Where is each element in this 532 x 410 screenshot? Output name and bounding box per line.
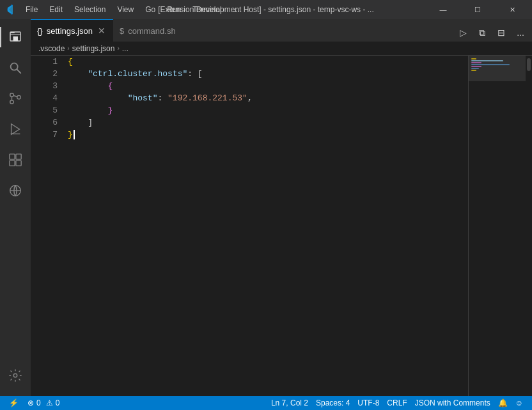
- error-count: 0: [36, 398, 41, 407]
- breadcrumb-sep-2: ›: [117, 45, 119, 52]
- sidebar-item-search[interactable]: [0, 52, 31, 83]
- sidebar-item-run[interactable]: [0, 114, 31, 145]
- close-button[interactable]: ✕: [497, 0, 527, 19]
- sidebar-item-settings[interactable]: [0, 360, 31, 391]
- window-title: [Extension Development Host] - settings.…: [158, 5, 373, 14]
- code-line-6: ]: [68, 116, 468, 129]
- more-actions-button[interactable]: ...: [512, 24, 529, 42]
- menu-view[interactable]: View: [112, 4, 139, 15]
- minimap-line: [471, 64, 510, 65]
- extensions-icon: [8, 153, 22, 167]
- svg-point-16: [13, 374, 17, 377]
- svg-rect-11: [16, 154, 21, 159]
- minimap-line: [471, 58, 476, 59]
- search-icon: [8, 61, 22, 75]
- tabs-actions: ▷ ⧉ ⊟ ...: [454, 24, 532, 42]
- code-line-2: "ctrl.cluster.hosts": [: [68, 68, 468, 80]
- language-label: JSON with Comments: [415, 398, 490, 407]
- settings-gear-icon: [8, 368, 22, 382]
- svg-marker-8: [12, 124, 20, 135]
- status-spaces[interactable]: Spaces: 4: [312, 396, 354, 410]
- tab-command-sh[interactable]: $ command.sh: [113, 19, 182, 42]
- split-editor-button[interactable]: ⧉: [473, 24, 491, 42]
- svg-point-7: [17, 95, 21, 99]
- menu-selection[interactable]: Selection: [69, 4, 111, 15]
- editor-layout-button[interactable]: ⊟: [492, 24, 510, 42]
- editor-area: {} settings.json ✕ $ command.sh ▷ ⧉ ⊟ ..…: [31, 19, 532, 396]
- sidebar-item-source-control[interactable]: [0, 83, 31, 114]
- minimap-line: [471, 68, 479, 69]
- svg-point-6: [10, 100, 14, 104]
- sidebar-item-remote[interactable]: [0, 175, 31, 206]
- remote-icon: [8, 184, 22, 198]
- breadcrumb-sep-1: ›: [67, 45, 69, 52]
- code-line-5: }: [68, 104, 468, 116]
- status-encoding[interactable]: UTF-8: [354, 396, 383, 410]
- menu-file[interactable]: File: [20, 4, 43, 15]
- minimize-button[interactable]: —: [428, 0, 458, 19]
- breadcrumb-vscode[interactable]: .vscode: [38, 44, 65, 53]
- minimap-line: [471, 66, 481, 67]
- minimap-content: [469, 56, 526, 74]
- status-eol[interactable]: CRLF: [383, 396, 411, 410]
- vscode-logo-icon: [5, 4, 15, 15]
- status-bar: ⚡ ⊗ 0 ⚠ 0 Ln 7, Col 2 Spaces: 4 UTF-8 CR…: [0, 396, 532, 410]
- code-line-7: }: [68, 129, 468, 141]
- code-editor[interactable]: { "ctrl.cluster.hosts": [ { "host": "192…: [63, 56, 468, 396]
- run-action-button[interactable]: ▷: [454, 24, 472, 42]
- breadcrumb: .vscode › settings.json › ...: [31, 42, 532, 56]
- minimap-line: [471, 70, 476, 71]
- warning-icon: ⚠: [46, 398, 53, 407]
- minimap: [468, 56, 526, 396]
- editor-content[interactable]: 1 2 3 4 5 6 7 { "ctrl.cluster.hosts": [ …: [31, 56, 532, 396]
- window-controls: — ☐ ✕: [428, 0, 527, 19]
- encoding-label: UTF-8: [357, 398, 379, 407]
- activity-bar-bottom: [0, 360, 31, 396]
- minimap-line: [471, 62, 481, 63]
- files-icon: ⬜: [8, 29, 23, 45]
- tab-close-settings-json[interactable]: ✕: [97, 26, 107, 36]
- run-debug-icon: [8, 122, 22, 136]
- main-container: ⬜: [0, 19, 532, 396]
- status-branch[interactable]: ⚡: [5, 396, 22, 410]
- code-line-3: {: [68, 80, 468, 92]
- warning-count: 0: [56, 398, 60, 407]
- tab-label-settings-json: settings.json: [47, 26, 93, 36]
- svg-rect-10: [10, 154, 15, 159]
- sidebar-item-explorer[interactable]: ⬜: [0, 22, 31, 52]
- status-cursor[interactable]: Ln 7, Col 2: [267, 396, 312, 410]
- vertical-scrollbar[interactable]: [526, 56, 532, 396]
- breadcrumb-node[interactable]: ...: [122, 44, 129, 53]
- breadcrumb-file[interactable]: settings.json: [72, 44, 115, 53]
- notification-icon: 🔔: [498, 398, 508, 407]
- line-numbers: 1 2 3 4 5 6 7: [31, 56, 63, 396]
- status-notification[interactable]: 🔔: [494, 396, 512, 410]
- eol-label: CRLF: [387, 398, 407, 407]
- tab-label-command-sh: command.sh: [128, 26, 175, 36]
- maximize-button[interactable]: ☐: [463, 0, 492, 19]
- status-bar-right: Ln 7, Col 2 Spaces: 4 UTF-8 CRLF JSON wi…: [267, 396, 527, 410]
- svg-point-3: [11, 63, 18, 70]
- json-file-icon: {}: [37, 26, 43, 36]
- feedback-icon: ☺: [515, 398, 523, 407]
- activity-bar: ⬜: [0, 19, 31, 396]
- code-line-4: "host": "192.168.221.53",: [68, 92, 468, 104]
- sh-file-icon: $: [120, 26, 124, 36]
- status-feedback[interactable]: ☺: [512, 396, 527, 410]
- svg-line-4: [17, 70, 21, 74]
- error-icon: ⊗: [27, 398, 34, 407]
- code-line-1: {: [68, 56, 468, 68]
- tab-settings-json[interactable]: {} settings.json ✕: [31, 19, 113, 42]
- svg-point-5: [10, 93, 14, 97]
- svg-text:⬜: ⬜: [13, 36, 19, 42]
- cursor-position: Ln 7, Col 2: [271, 398, 308, 407]
- scrollbar-thumb[interactable]: [527, 58, 531, 71]
- svg-rect-12: [10, 161, 15, 166]
- status-language[interactable]: JSON with Comments: [411, 396, 494, 410]
- menu-edit[interactable]: Edit: [44, 4, 68, 15]
- svg-rect-13: [16, 161, 21, 166]
- title-bar: File Edit Selection View Go Run Terminal…: [0, 0, 532, 19]
- spaces-label: Spaces: 4: [316, 398, 350, 407]
- status-errors[interactable]: ⊗ 0 ⚠ 0: [24, 396, 63, 410]
- sidebar-item-extensions[interactable]: [0, 145, 31, 175]
